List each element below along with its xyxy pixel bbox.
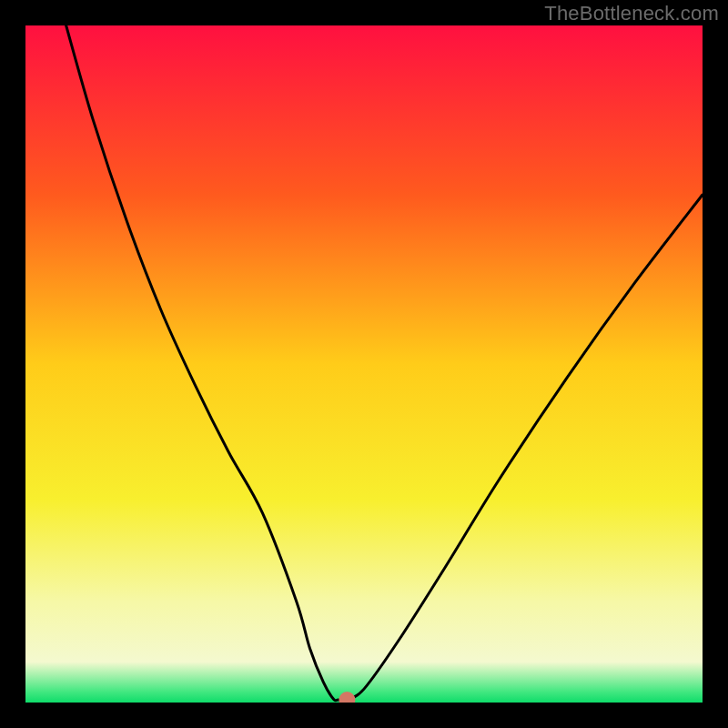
chart-frame: TheBottleneck.com xyxy=(0,0,728,728)
chart-svg xyxy=(25,25,703,703)
gradient-background xyxy=(25,25,703,703)
plot-area xyxy=(25,25,703,703)
watermark-text: TheBottleneck.com xyxy=(544,2,719,25)
